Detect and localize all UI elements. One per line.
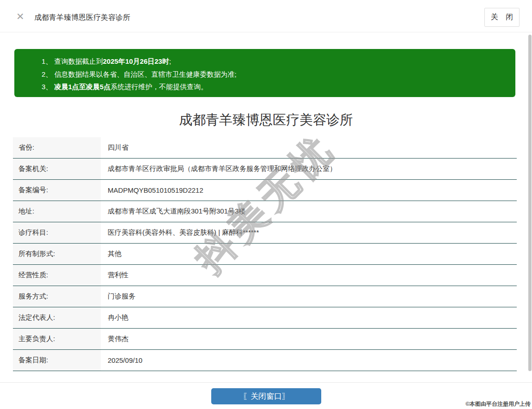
notice-box: 1、 查询数据截止到2025年10月26日23时;2、 信息数据结果以各省、自治… bbox=[14, 49, 515, 97]
vertical-scrollbar-thumb[interactable] bbox=[528, 35, 532, 371]
row-label: 地址: bbox=[13, 201, 101, 222]
page-title: 成都青羊臻博恩医疗美容诊所 bbox=[0, 111, 532, 129]
info-table: 省份:四川省备案机关:成都市青羊区行政审批局（成都市青羊区政务服务管理和网络理政… bbox=[13, 137, 517, 371]
table-row: 地址:成都市青羊区成飞大道南段301号附301号3楼 bbox=[13, 201, 517, 222]
header-title: 成都青羊臻博恩医疗美容诊所 bbox=[34, 13, 130, 23]
copyright-watermark: ©本图由平台注册用户上传 bbox=[465, 400, 531, 408]
table-row: 备案编号:MADPMQYB051010519D2212 bbox=[13, 180, 517, 201]
row-value: 营利性 bbox=[101, 265, 517, 286]
row-label: 经营性质: bbox=[13, 265, 101, 286]
notice-line: 1、 查询数据截止到2025年10月26日23时; bbox=[42, 55, 515, 68]
row-value: 冉小艳 bbox=[101, 307, 517, 328]
row-label: 诊疗科目: bbox=[13, 222, 101, 243]
row-label: 备案机关: bbox=[13, 159, 101, 179]
row-value: 2025/09/10 bbox=[101, 350, 517, 371]
table-row: 备案日期:2025/09/10 bbox=[13, 350, 517, 371]
close-window-button[interactable]: 〖关闭窗口〗 bbox=[211, 388, 321, 404]
row-value: 医疗美容科(美容外科、美容皮肤科) | 麻醉科****** bbox=[101, 222, 517, 243]
close-x-icon[interactable]: ✕ bbox=[16, 12, 24, 21]
header-bar: ✕ 成都青羊臻博恩医疗美容诊所 关 闭 bbox=[0, 0, 532, 32]
row-value: 门诊服务 bbox=[101, 286, 517, 307]
row-label: 备案日期: bbox=[13, 350, 101, 371]
row-value: MADPMQYB051010519D2212 bbox=[101, 180, 517, 201]
notice-list: 1、 查询数据截止到2025年10月26日23时;2、 信息数据结果以各省、自治… bbox=[14, 55, 515, 93]
table-row: 经营性质:营利性 bbox=[13, 265, 517, 286]
table-row: 诊疗科目:医疗美容科(美容外科、美容皮肤科) | 麻醉科****** bbox=[13, 222, 517, 244]
row-value: 成都市青羊区行政审批局（成都市青羊区政务服务管理和网络理政办公室） bbox=[101, 159, 517, 179]
bottom-divider bbox=[0, 382, 532, 383]
table-row: 省份:四川省 bbox=[13, 137, 517, 159]
row-label: 所有制形式: bbox=[13, 244, 101, 264]
notice-line: 3、 凌晨1点至凌晨5点系统进行维护，不能提供查询。 bbox=[42, 80, 515, 93]
row-value: 成都市青羊区成飞大道南段301号附301号3楼 bbox=[101, 201, 517, 222]
close-button[interactable]: 关 闭 bbox=[484, 8, 520, 27]
row-label: 备案编号: bbox=[13, 180, 101, 201]
row-label: 主要负责人: bbox=[13, 329, 101, 349]
row-label: 服务方式: bbox=[13, 286, 101, 307]
table-row: 法定代表人:冉小艳 bbox=[13, 307, 517, 329]
notice-line: 2、 信息数据结果以各省、自治区、直辖市卫生健康委数据为准; bbox=[42, 68, 515, 81]
row-value: 黄伟杰 bbox=[101, 329, 517, 349]
row-value: 其他 bbox=[101, 244, 517, 264]
row-value: 四川省 bbox=[101, 137, 517, 158]
table-row: 所有制形式:其他 bbox=[13, 244, 517, 265]
table-row: 备案机关:成都市青羊区行政审批局（成都市青羊区政务服务管理和网络理政办公室） bbox=[13, 159, 517, 180]
row-label: 省份: bbox=[13, 137, 101, 158]
row-label: 法定代表人: bbox=[13, 307, 101, 328]
table-row: 服务方式:门诊服务 bbox=[13, 286, 517, 307]
table-row: 主要负责人:黄伟杰 bbox=[13, 329, 517, 350]
